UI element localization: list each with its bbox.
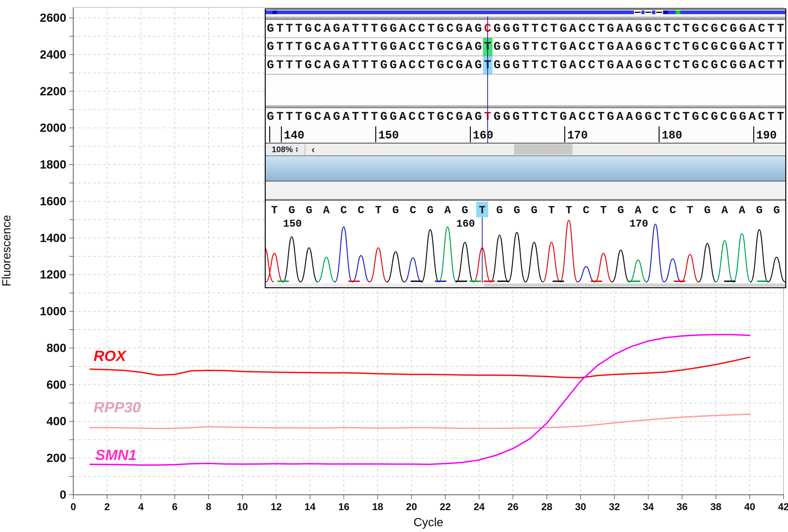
base-letter: T [776,38,785,56]
base-letter: C [417,20,427,38]
base-letter: G [389,56,398,74]
sequence-read-row[interactable]: GTTTGCAGATTTGGACCTGCGAGTGGGTTCTGACCTGAAG… [266,108,785,126]
base-letter: T [294,38,303,56]
base-letter: A [341,108,351,126]
mismatch-mark-icon [655,11,663,14]
basecall-underbar [456,281,467,282]
base-letter: C [672,20,681,38]
base-letter: T [530,56,540,74]
base-letter: C [540,20,549,38]
trace-peak [456,242,474,282]
sequence-read-row[interactable]: GTTTGCAGATTTGGACCTGCGAGCGGGTTCTGACCTGAAG… [266,20,785,38]
base-letter: T [284,108,294,126]
trace-base-letter: T [271,204,278,217]
base-letter: T [596,20,606,38]
chromatogram-scrollbar-thumb[interactable] [484,284,785,287]
trace-base-letter: A [323,204,330,217]
y-axis-title: Fluorescence [0,215,13,286]
base-letter: T [766,56,776,74]
trace-peak [318,257,335,282]
base-letter: C [445,38,455,56]
y-tick-label: 1800 [40,158,66,171]
x-tick-label: 18 [372,501,383,512]
base-letter: T [521,108,530,126]
base-letter: G [389,38,398,56]
x-tick-label: 38 [710,501,722,512]
base-letter: C [445,56,455,74]
chromatogram-panel: TGGACCTGCGAGTGGGTTCTGACCTGAAGG150160170 [266,201,785,284]
base-letter: C [700,108,710,126]
x-axis-title: Cycle [413,516,443,529]
trace-peak [612,250,630,282]
sequence-read-row[interactable]: GTTTGCAGATTTGGACCTGCGAGTGGGTTCTGACCTGAAG… [266,56,785,75]
x-tick-label: 0 [71,501,76,512]
base-letter: A [398,20,407,38]
base-letter: A [568,56,577,74]
x-tick-label: 30 [575,501,586,512]
selected-track-band[interactable] [266,156,785,181]
basecall-underbar [724,281,735,282]
base-letter: T [275,108,284,126]
base-letter: G [644,108,653,126]
base-letter: C [577,56,587,74]
trace-peak [698,244,716,282]
base-letter: T [360,20,370,38]
alignment-empty-row-2 [266,94,785,105]
base-letter: A [625,38,634,56]
trace-base-letter: G [306,204,312,217]
trace-peak [577,267,595,282]
base-letter: G [303,38,313,56]
base-letter: G [729,108,738,126]
base-letter: A [568,108,577,126]
base-letter: G [644,56,653,74]
sequence-read-row[interactable]: GTTTGCAGATTTGGACCTGCGAGTGGGTTCTGACCTGAAG… [266,38,785,56]
basecall-underbar [591,281,602,282]
trace-base-letter: G [617,204,624,217]
y-tick-label: 1400 [40,231,66,245]
base-letter: G [738,20,748,38]
group-header-top [266,16,785,20]
basecall-underbar [553,281,564,282]
trace-peak [266,253,283,282]
base-letter: C [407,108,417,126]
horizontal-scrollbar-thumb[interactable] [514,144,572,155]
base-letter: C [757,56,766,74]
base-letter: T [662,38,672,56]
base-letter: G [389,20,398,38]
basecall-underbar [470,281,481,282]
trace-peak [404,258,422,282]
y-tick-label: 800 [46,341,66,354]
base-letter: T [370,20,379,38]
base-letter: T [294,56,303,74]
base-letter: C [653,56,662,74]
spinner-down-icon[interactable]: ▼ [295,149,299,152]
base-letter: T [351,108,360,126]
base-letter: G [455,108,464,126]
x-tick-label: 14 [304,501,316,512]
base-letter: G [558,38,568,56]
base-letter: G [511,56,521,74]
base-letter: G [436,108,445,126]
base-letter: C [587,108,596,126]
base-letter: A [568,20,577,38]
trace-base-letter: G [514,204,520,217]
y-tick-label: 2200 [40,85,66,98]
trace-peak [664,259,682,282]
base-letter: G [729,56,738,74]
base-letter: C [653,20,662,38]
trace-peak [421,230,439,282]
base-letter: G [455,38,464,56]
base-letter: G [379,108,389,126]
base-letter: C [540,108,549,126]
y-tick-label: 600 [46,378,66,391]
chromatogram-scrollbar[interactable] [266,284,785,287]
scroll-left-arrow-icon[interactable]: ‹ [311,144,315,155]
x-tick-label: 34 [643,501,654,512]
x-tick-label: 2 [104,501,110,512]
zoom-spinner[interactable]: ▲ ▼ [295,146,299,152]
base-letter: T [370,56,379,74]
base-letter: G [738,56,748,74]
trace-peak [543,242,560,282]
base-letter: A [322,20,332,38]
zoom-level-control[interactable]: 108% ▲ ▼ [266,143,305,155]
